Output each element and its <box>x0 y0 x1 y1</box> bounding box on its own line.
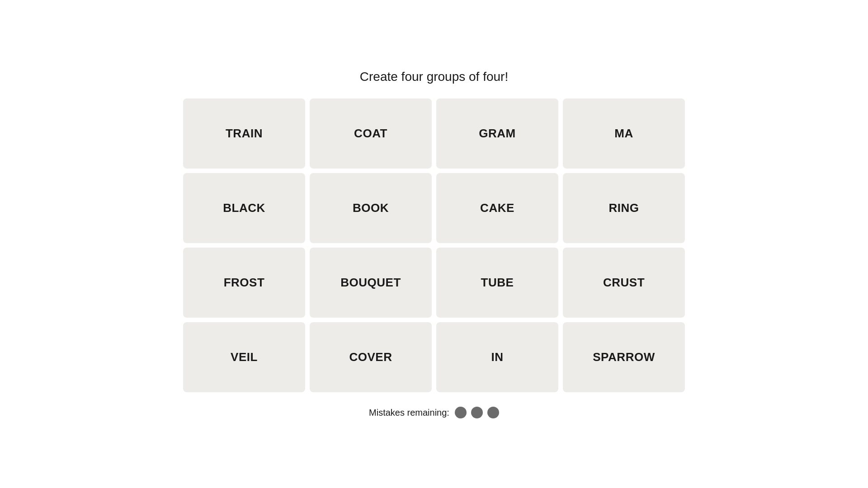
cell-label-black: BLACK <box>223 201 265 215</box>
cell-black[interactable]: BLACK <box>183 173 305 243</box>
cell-crust[interactable]: CRUST <box>563 248 685 318</box>
cell-sparrow[interactable]: SPARROW <box>563 322 685 392</box>
subtitle: Create four groups of four! <box>360 70 508 84</box>
cell-label-ring: RING <box>609 201 639 215</box>
cell-label-sparrow: SPARROW <box>593 350 655 364</box>
cell-label-veil: VEIL <box>231 350 258 364</box>
cell-in[interactable]: IN <box>436 322 558 392</box>
cell-coat[interactable]: COAT <box>310 99 432 169</box>
cell-label-coat: COAT <box>354 127 387 141</box>
cell-label-cake: CAKE <box>480 201 514 215</box>
cell-label-bouquet: BOUQUET <box>340 276 401 290</box>
cell-label-in: IN <box>491 350 503 364</box>
cell-train[interactable]: TRAIN <box>183 99 305 169</box>
cell-tube[interactable]: TUBE <box>436 248 558 318</box>
cell-label-cover: COVER <box>349 350 392 364</box>
cell-label-gram: GRAM <box>479 127 516 141</box>
cell-label-frost: FROST <box>224 276 265 290</box>
cell-ring[interactable]: RING <box>563 173 685 243</box>
mistakes-row: Mistakes remaining: <box>369 407 499 418</box>
cell-label-ma: MA <box>614 127 633 141</box>
cell-gram[interactable]: GRAM <box>436 99 558 169</box>
cell-bouquet[interactable]: BOUQUET <box>310 248 432 318</box>
word-grid: TRAINCOATGRAMMABLACKBOOKCAKERINGFROSTBOU… <box>183 99 685 392</box>
cell-label-tube: TUBE <box>481 276 514 290</box>
mistakes-label: Mistakes remaining: <box>369 408 449 418</box>
cell-ma[interactable]: MA <box>563 99 685 169</box>
game-container: Create four groups of four! TRAINCOATGRA… <box>183 70 685 418</box>
cell-cover[interactable]: COVER <box>310 322 432 392</box>
mistakes-dots <box>455 407 499 418</box>
mistake-dot-3 <box>487 407 499 418</box>
mistake-dot-1 <box>455 407 467 418</box>
cell-cake[interactable]: CAKE <box>436 173 558 243</box>
cell-label-crust: CRUST <box>603 276 645 290</box>
mistake-dot-2 <box>471 407 483 418</box>
cell-label-train: TRAIN <box>226 127 263 141</box>
cell-frost[interactable]: FROST <box>183 248 305 318</box>
cell-label-book: BOOK <box>353 201 389 215</box>
cell-veil[interactable]: VEIL <box>183 322 305 392</box>
cell-book[interactable]: BOOK <box>310 173 432 243</box>
